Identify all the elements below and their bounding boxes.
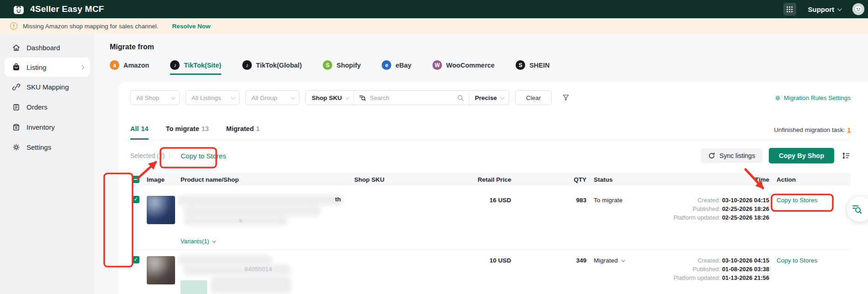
tiktok-icon: ♪ (242, 60, 252, 70)
sync-listings-button[interactable]: Sync listings (701, 148, 762, 163)
chevron-down-icon (291, 95, 295, 100)
filter-funnel-icon[interactable] (562, 94, 570, 102)
shop-filter-value: All Shop (136, 94, 159, 101)
settings-gear-icon (774, 94, 781, 101)
sidebar-item-label: SKU Mapping (27, 83, 69, 91)
table-row: th s Variants(1) 16 USD 983 To migrate (130, 186, 851, 250)
created-value: 03-10-2026 04:15 (722, 197, 769, 204)
chevron-down-icon (231, 95, 235, 100)
listings-table: Image Product name/Shop Shop SKU Retail … (130, 173, 851, 294)
apps-grid-icon[interactable] (783, 3, 796, 16)
select-all-checkbox[interactable] (132, 176, 139, 183)
sidebar-item-settings[interactable]: Settings (0, 137, 95, 157)
variants-toggle[interactable]: Variants(1) (181, 238, 215, 245)
tab-migrated[interactable]: Migrated1 (226, 125, 260, 140)
group-filter-select[interactable]: All Group (245, 90, 299, 105)
tab-count: 1 (256, 125, 260, 132)
tab-tiktok-site[interactable]: ♪ TikTok(Site) (170, 60, 221, 75)
row-copy-to-stores-link[interactable]: Copy to Stores (777, 197, 817, 204)
search-group: Shop SKU (305, 90, 509, 105)
col-action: Action (773, 176, 851, 183)
copy-by-shop-button[interactable]: Copy By Shop (769, 148, 834, 163)
sidebar: Dashboard Listing (0, 34, 95, 294)
tab-to-migrate[interactable]: To migrate13 (166, 125, 209, 140)
tab-label: WooCommerce (446, 62, 495, 69)
row-checkbox[interactable] (132, 196, 139, 203)
tab-label: TikTok(Site) (184, 62, 221, 69)
tab-woocommerce[interactable]: W WooCommerce (432, 60, 495, 75)
tab-ebay[interactable]: e eBay (382, 60, 411, 75)
orders-icon (12, 103, 21, 111)
magnifier-icon[interactable] (457, 94, 464, 101)
sync-listings-label: Sync listings (719, 152, 755, 159)
header-checkbox-cell (130, 176, 147, 183)
tab-shein[interactable]: S SHEIN (516, 60, 549, 75)
page-title: Migrate from (110, 43, 868, 51)
sidebar-item-sku-mapping[interactable]: SKU Mapping (0, 77, 95, 97)
product-name-cell: th s Variants(1) (181, 196, 354, 249)
shop-sku-cell (354, 256, 478, 294)
row-checkbox-cell (130, 196, 147, 249)
qty-value: 983 (576, 197, 586, 204)
sidebar-item-label: Inventory (27, 123, 55, 131)
user-avatar[interactable] (852, 3, 864, 15)
search-field-select[interactable]: Shop SKU (306, 91, 354, 105)
filter-row: All Shop All Listings All Group Shop SKU (130, 90, 851, 105)
sidebar-item-label: Orders (27, 103, 48, 111)
retail-price-cell: 10 USD (478, 256, 551, 294)
table-row: 64055014 10 USD 349 Migrated (130, 250, 851, 294)
time-cell: Created: 03-10-2026 04:15 Published: 02-… (650, 196, 773, 249)
unfinished-count-link[interactable]: 1 (847, 126, 851, 133)
bag-icon (12, 63, 21, 72)
sidebar-item-dashboard[interactable]: Dashboard (0, 37, 95, 58)
tab-amazon[interactable]: a Amazon (110, 60, 149, 75)
tab-tiktok-global[interactable]: ♪ TikTok(Global) (242, 60, 302, 75)
warning-banner: ! Missing Amazon shop mapping for sales … (0, 18, 868, 34)
home-icon (12, 43, 21, 52)
col-status: Status (586, 176, 650, 183)
main-content: Migrate from a Amazon ♪ TikTok(Site) ♪ T… (95, 34, 868, 294)
match-mode-select[interactable]: Precise (469, 91, 509, 105)
row-checkbox[interactable] (132, 256, 139, 263)
status-dropdown-icon[interactable] (621, 258, 625, 262)
tab-label: TikTok(Global) (256, 62, 302, 69)
clear-button[interactable]: Clear (515, 90, 552, 105)
warning-icon: ! (10, 22, 17, 30)
copy-to-stores-button[interactable]: Copy to Stores (175, 148, 231, 163)
tiktok-icon: ♪ (170, 60, 180, 70)
chevron-down-icon (171, 95, 176, 100)
unfinished-task-counter: Unfinished migration task:1 (774, 126, 851, 139)
sidebar-item-listing[interactable]: Listing (5, 58, 90, 77)
col-shop-sku: Shop SKU (354, 176, 478, 183)
support-menu[interactable]: Support (808, 5, 841, 13)
sidebar-item-orders[interactable]: Orders (0, 97, 95, 117)
unfinished-label: Unfinished migration task: (774, 126, 845, 133)
row-density-icon[interactable] (841, 151, 851, 160)
chevron-down-icon (212, 239, 216, 242)
tab-all[interactable]: All14 (130, 125, 149, 140)
listings-filter-select[interactable]: All Listings (186, 90, 240, 105)
listings-filter-value: All Listings (192, 94, 221, 101)
support-label: Support (808, 5, 835, 13)
product-thumbnail (147, 256, 175, 284)
shopify-icon: S (323, 60, 332, 70)
col-retail-price: Retail Price (478, 176, 551, 183)
table-header: Image Product name/Shop Shop SKU Retail … (130, 173, 851, 186)
sidebar-item-inventory[interactable]: Inventory (0, 117, 95, 137)
warning-message: Missing Amazon shop mapping for sales ch… (23, 23, 158, 30)
search-input[interactable] (370, 94, 453, 101)
bulk-actions-toolbar: Selected (2) Copy to Stores Sync listing… (130, 146, 851, 166)
time-cell: Created: 03-10-2026 04:15 Published: 01-… (650, 256, 773, 294)
product-image-cell (147, 196, 181, 249)
row-copy-to-stores-link[interactable]: Copy to Stores (777, 257, 817, 264)
qty-cell: 983 (551, 196, 586, 249)
ebay-icon: e (382, 60, 391, 70)
migration-rules-settings-link[interactable]: Migration Rules Settings (774, 94, 851, 101)
shop-filter-select[interactable]: All Shop (130, 90, 180, 105)
product-shop-fragment: s (239, 217, 242, 224)
tab-label: All (130, 125, 139, 132)
tab-shopify[interactable]: S Shopify (323, 60, 361, 75)
resolve-now-link[interactable]: Resolve Now (172, 23, 210, 30)
shop-sku-cell (354, 196, 478, 249)
topbar-right: Support (783, 3, 866, 16)
